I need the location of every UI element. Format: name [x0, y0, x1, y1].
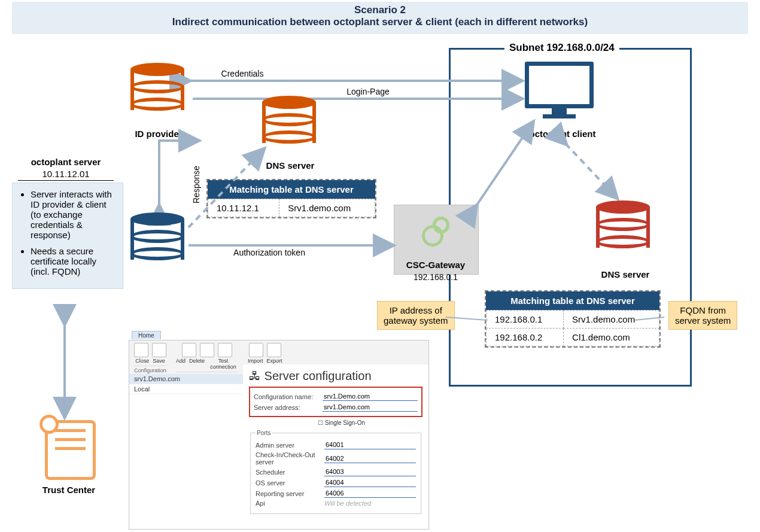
label-credentials: Credentials: [203, 69, 281, 78]
port-api: Will be detected: [324, 500, 371, 507]
octo-server-title: octoplant server: [18, 157, 114, 167]
import-icon[interactable]: [249, 343, 263, 357]
dns-left-rows: 10.11.12.1 Srv1.demo.com: [208, 199, 375, 217]
server-config-pane: 🖧 Server configuration Configuration nam…: [243, 364, 428, 529]
octo-server-ip: 10.11.12.01: [18, 169, 114, 181]
label-response: Response: [191, 166, 201, 203]
pane-title: 🖧 Server configuration: [249, 369, 422, 383]
server-address-input[interactable]: [323, 403, 418, 412]
port-scheduler[interactable]: [324, 467, 416, 476]
trust-center-label: Trust Center: [27, 485, 111, 495]
server-config-window: Home Close Save Configuration: [129, 340, 429, 530]
label-login-page: Login-Page: [335, 87, 401, 96]
callout-fqdn: FQDN from server system: [668, 301, 737, 330]
add-icon[interactable]: [182, 343, 196, 357]
server-tree: srv1.Demo.com Local: [129, 374, 244, 529]
port-os[interactable]: [324, 478, 416, 487]
confname-label: Configuration name:: [254, 393, 323, 400]
delete-icon[interactable]: [200, 343, 214, 357]
dns-right-db-icon: [596, 200, 650, 254]
octo-server-info-box: Server interacts with ID provider & clie…: [12, 183, 123, 289]
table-row: 10.11.12.1 Srv1.demo.com: [208, 199, 375, 217]
dns-right-rows: 192.168.0.1 Srv1.demo.com 192.168.0.2 Cl…: [486, 310, 659, 346]
ports-group: Ports Admin server Check-In/Check-Out se…: [250, 430, 421, 514]
idprovider-label: ID provider: [120, 129, 197, 139]
dns-match-right-title: Matching table at DNS server: [486, 291, 659, 310]
octo-server-bullet1: Server interacts with ID provider & clie…: [31, 189, 115, 240]
octoplant-client-label: octoplant client: [515, 129, 610, 139]
subnet-label: Subnet 192.168.0.0/24: [504, 42, 619, 54]
port-reporting[interactable]: [324, 489, 416, 498]
test-connection-icon[interactable]: [218, 343, 232, 357]
server-address-label: Server address:: [254, 404, 323, 411]
dns-left-label: DNS server: [251, 160, 329, 171]
client-monitor-icon: [525, 62, 594, 118]
tree-item-local[interactable]: Local: [129, 384, 243, 394]
port-admin[interactable]: [324, 440, 416, 449]
idprovider-db-icon: [130, 63, 184, 117]
scenario-title-line1: Scenario 2: [12, 2, 748, 16]
dns-left-db-icon: [262, 96, 316, 150]
csc-gateway-ip: 192.168.0.1: [394, 272, 478, 282]
label-auth-token: Authorization token: [221, 248, 317, 257]
scenario-title-line2: Indirect communication between octoplant…: [12, 16, 748, 28]
trust-center-scroll-icon: [45, 420, 96, 480]
dns-match-table-right: Matching table at DNS server 192.168.0.1…: [485, 290, 661, 348]
confname-input[interactable]: [323, 392, 418, 401]
callout-gateway-ip: IP address of gateway system: [377, 301, 455, 330]
table-row: 192.168.0.1 Srv1.demo.com: [487, 311, 659, 329]
tree-item-srv1[interactable]: srv1.Demo.com: [129, 374, 243, 384]
csc-gateway-label: CSC-Gateway: [394, 260, 478, 270]
ribbon-tab-home[interactable]: Home: [132, 331, 161, 339]
highlighted-config-fields: Configuration name: Server address:: [249, 387, 422, 417]
sso-checkbox[interactable]: ☐ Single Sign-On: [318, 419, 422, 426]
table-row: 192.168.0.2 Cl1.demo.com: [487, 329, 659, 346]
export-icon[interactable]: [267, 343, 281, 357]
save-icon[interactable]: [152, 343, 166, 357]
close-icon[interactable]: [134, 343, 148, 357]
port-cico[interactable]: [324, 454, 416, 463]
dns-right-label: DNS server: [586, 269, 664, 279]
octo-server-bullet2: Needs a secure certificate locally (incl…: [31, 246, 115, 276]
octoplant-server-db-icon: [130, 212, 184, 266]
dns-match-left-title: Matching table at DNS server: [208, 180, 375, 199]
dns-match-table-left: Matching table at DNS server 10.11.12.1 …: [206, 179, 376, 218]
scenario-title-bar: Scenario 2 Indirect communication betwee…: [12, 2, 748, 34]
